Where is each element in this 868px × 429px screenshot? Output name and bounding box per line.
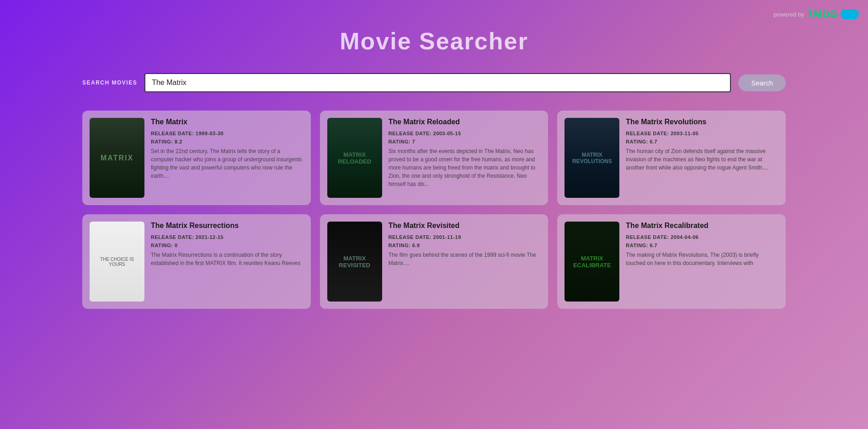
search-button[interactable]: Search: [738, 74, 786, 91]
search-input[interactable]: [144, 73, 731, 92]
movie-info-matrix-reloaded: The Matrix Reloaded RELEASE DATE: 2003-0…: [389, 118, 541, 188]
movie-release-matrix-revolutions: RELEASE DATE: 2003-11-05: [626, 131, 778, 136]
movie-card-matrix-1: The Matrix RELEASE DATE: 1999-03-30 RATI…: [82, 111, 311, 205]
movie-overview-matrix-revolutions: The human city of Zion defends itself ag…: [626, 147, 778, 172]
movie-card-matrix-resurrections: The Matrix Resurrections RELEASE DATE: 2…: [82, 214, 311, 309]
search-section: SEARCH MOVIES Search: [0, 73, 868, 111]
movie-title-matrix-revisited: The Matrix Revisited: [389, 222, 541, 230]
movie-title-matrix-resurrections: The Matrix Resurrections: [151, 222, 304, 230]
movie-poster-matrix-reloaded: [327, 118, 382, 198]
movie-release-matrix-reloaded: RELEASE DATE: 2003-05-15: [389, 131, 541, 136]
tmdb-logo: TMDB: [807, 8, 838, 20]
movie-rating-matrix-revolutions: RATING: 6.7: [626, 139, 778, 144]
movie-release-matrix-revisited: RELEASE DATE: 2001-11-19: [389, 234, 541, 240]
movie-overview-matrix-resurrections: The Matrix Resurrections is a continuati…: [151, 251, 304, 267]
movie-release-matrix-recalibrated: RELEASE DATE: 2004-04-06: [626, 234, 778, 240]
movie-poster-matrix-resurrections: [90, 222, 144, 302]
movie-overview-matrix-recalibrated: The making of Matrix Revolutions, The (2…: [626, 251, 778, 267]
movie-info-matrix-revolutions: The Matrix Revolutions RELEASE DATE: 200…: [626, 118, 778, 172]
movie-info-matrix-1: The Matrix RELEASE DATE: 1999-03-30 RATI…: [151, 118, 304, 180]
tmdb-badge: [841, 9, 859, 19]
movie-rating-matrix-1: RATING: 8.2: [151, 139, 304, 144]
page-title: Movie Searcher: [9, 27, 859, 55]
movies-grid: The Matrix RELEASE DATE: 1999-03-30 RATI…: [0, 111, 868, 327]
powered-by-section: powered by TMDB: [773, 8, 859, 20]
movie-poster-matrix-revolutions: [564, 118, 619, 198]
movie-title-matrix-1: The Matrix: [151, 118, 304, 126]
movie-poster-matrix-1: [90, 118, 144, 198]
movie-rating-matrix-resurrections: RATING: 0: [151, 243, 304, 248]
movie-overview-matrix-1: Set in the 22nd century, The Matrix tell…: [151, 147, 304, 180]
movie-info-matrix-revisited: The Matrix Revisited RELEASE DATE: 2001-…: [389, 222, 541, 267]
movie-card-matrix-revisited: The Matrix Revisited RELEASE DATE: 2001-…: [320, 214, 548, 309]
movie-overview-matrix-reloaded: Six months after the events depicted in …: [389, 147, 541, 188]
movie-poster-matrix-recalibrated: [564, 222, 619, 302]
movie-overview-matrix-revisited: The film goes behind the scenes of the 1…: [389, 251, 541, 267]
powered-by-label: powered by: [773, 11, 804, 18]
movie-release-matrix-resurrections: RELEASE DATE: 2021-12-15: [151, 234, 304, 240]
movie-rating-matrix-reloaded: RATING: 7: [389, 139, 541, 144]
page-header: Movie Searcher: [0, 0, 868, 73]
search-label: SEARCH MOVIES: [82, 79, 137, 86]
movie-info-matrix-resurrections: The Matrix Resurrections RELEASE DATE: 2…: [151, 222, 304, 267]
movie-poster-matrix-revisited: [327, 222, 382, 302]
movie-card-matrix-recalibrated: The Matrix Recalibrated RELEASE DATE: 20…: [557, 214, 786, 309]
movie-rating-matrix-recalibrated: RATING: 6.7: [626, 243, 778, 248]
movie-rating-matrix-revisited: RATING: 6.9: [389, 243, 541, 248]
movie-info-matrix-recalibrated: The Matrix Recalibrated RELEASE DATE: 20…: [626, 222, 778, 267]
movie-title-matrix-revolutions: The Matrix Revolutions: [626, 118, 778, 126]
movie-title-matrix-reloaded: The Matrix Reloaded: [389, 118, 541, 126]
movie-card-matrix-reloaded: The Matrix Reloaded RELEASE DATE: 2003-0…: [320, 111, 548, 205]
movie-title-matrix-recalibrated: The Matrix Recalibrated: [626, 222, 778, 230]
movie-card-matrix-revolutions: The Matrix Revolutions RELEASE DATE: 200…: [557, 111, 786, 205]
movie-release-matrix-1: RELEASE DATE: 1999-03-30: [151, 131, 304, 136]
